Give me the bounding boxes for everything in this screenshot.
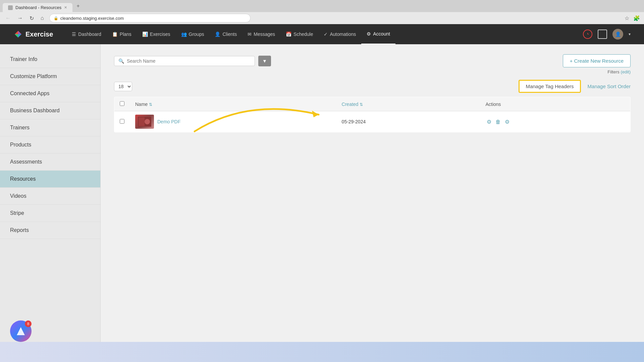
per-page-select[interactable]: 18 <box>114 82 132 91</box>
bookmark-icon[interactable]: ☆ <box>625 15 629 21</box>
settings-action-icon[interactable]: ⚙ <box>487 119 491 125</box>
floating-icon-svg <box>15 326 26 337</box>
sidebar-item-reports[interactable]: Reports <box>0 222 100 239</box>
row-actions-cell: ⚙ 🗑 ⚙ <box>480 111 630 132</box>
table-right-controls: Manage Tag Headers Manage Sort Order <box>519 80 631 93</box>
name-column-header[interactable]: Name ⇅ <box>130 97 336 111</box>
sidebar-label-connected-apps: Connected Apps <box>10 90 49 96</box>
nav-item-plans[interactable]: 📋 Plans <box>107 24 137 44</box>
name-cell-inner: Demo PDF <box>135 115 331 129</box>
nav-label-schedule: Schedule <box>293 32 313 37</box>
address-bar-row: ← → ↻ ⌂ 🔒 cleandemo.staging.exercise.com… <box>0 12 644 24</box>
nav-label-messages: Messages <box>254 32 275 37</box>
messages-icon: ✉ <box>248 32 252 37</box>
sidebar-item-products[interactable]: Products <box>0 136 100 154</box>
table-row: Demo PDF 05-29-2024 ⚙ 🗑 ⚙ <box>114 111 631 132</box>
row-checkbox[interactable] <box>120 119 124 124</box>
sidebar-label-customize-platform: Customize Platform <box>10 73 57 79</box>
filters-row: Filters (edit) <box>114 69 631 74</box>
sidebar-label-assessments: Assessments <box>10 159 42 165</box>
browser-actions: ☆ 🧩 <box>625 15 640 21</box>
row-checkbox-cell[interactable] <box>114 111 130 132</box>
account-icon: ⚙ <box>367 31 371 37</box>
nav-items: ☰ Dashboard 📋 Plans 📊 Exercises 👥 Groups… <box>66 24 583 44</box>
badge-count: 8 <box>27 322 29 326</box>
sidebar-item-stripe[interactable]: Stripe <box>0 205 100 222</box>
sidebar-item-videos[interactable]: Videos <box>0 188 100 205</box>
table-header-row: Name ⇅ Created ⇅ Actions <box>114 97 631 111</box>
nav-label-exercises: Exercises <box>150 32 170 37</box>
sidebar-label-reports: Reports <box>10 227 29 233</box>
url-text: cleandemo.staging.exercise.com <box>60 16 124 21</box>
close-tab-icon[interactable]: ✕ <box>64 5 67 10</box>
svg-marker-2 <box>18 31 21 34</box>
extensions-icon[interactable]: 🧩 <box>633 15 640 21</box>
create-new-resource-button[interactable]: + Create New Resource <box>563 54 631 67</box>
plans-icon: 📋 <box>112 32 118 37</box>
address-bar[interactable]: 🔒 cleandemo.staging.exercise.com <box>49 14 251 22</box>
sidebar-item-trainers[interactable]: Trainers <box>0 119 100 136</box>
user-dropdown-icon[interactable]: ▾ <box>629 32 631 37</box>
nav-item-dashboard[interactable]: ☰ Dashboard <box>66 24 107 44</box>
automations-icon: ✓ <box>324 32 328 37</box>
actions-label: Actions <box>485 102 501 107</box>
tag-action-icon[interactable]: ⚙ <box>505 119 509 125</box>
table-controls: 18 Manage Tag Headers Manage Sort Order <box>114 80 631 93</box>
refresh-button[interactable]: ↻ <box>28 14 35 22</box>
nav-item-schedule[interactable]: 📅 Schedule <box>280 24 318 44</box>
clients-icon: 👤 <box>215 32 220 37</box>
floating-icon-button[interactable]: 8 <box>10 320 32 342</box>
nav-item-account[interactable]: ⚙ Account <box>361 24 395 44</box>
sidebar-item-resources[interactable]: Resources <box>0 171 100 188</box>
nav-label-plans: Plans <box>120 32 131 37</box>
sort-created-icon[interactable]: ⇅ <box>360 102 363 107</box>
resource-thumbnail <box>135 115 154 129</box>
sidebar-item-trainer-info[interactable]: Trainer Info <box>0 51 100 68</box>
search-row: 🔍 ▼ + Create New Resource <box>114 54 631 67</box>
top-nav: Exercise ☰ Dashboard 📋 Plans 📊 Exercises… <box>0 24 644 44</box>
schedule-icon: 📅 <box>286 32 291 37</box>
tab-title: Dashboard - Resources <box>15 5 61 10</box>
created-label: Created <box>342 102 359 107</box>
nav-label-automations: Automations <box>330 32 356 37</box>
clock-icon[interactable] <box>583 29 592 39</box>
search-input[interactable] <box>127 58 251 64</box>
sidebar-item-assessments[interactable]: Assessments <box>0 154 100 171</box>
back-button[interactable]: ← <box>4 14 12 22</box>
row-name-cell: Demo PDF <box>130 111 336 132</box>
browser-chrome: Dashboard - Resources ✕ + ← → ↻ ⌂ 🔒 clea… <box>0 0 644 24</box>
groups-icon: 👥 <box>181 32 187 37</box>
select-all-checkbox[interactable] <box>120 101 124 106</box>
logo-text: Exercise <box>25 31 53 38</box>
actions-column-header: Actions <box>480 97 630 111</box>
active-tab[interactable]: Dashboard - Resources ✕ <box>3 3 72 12</box>
nav-item-exercises[interactable]: 📊 Exercises <box>137 24 176 44</box>
home-button[interactable]: ⌂ <box>39 14 45 22</box>
sidebar-label-trainers: Trainers <box>10 125 30 130</box>
filters-edit-link[interactable]: (edit) <box>621 69 631 74</box>
nav-item-groups[interactable]: 👥 Groups <box>176 24 210 44</box>
filter-button[interactable]: ▼ <box>258 56 271 66</box>
sidebar-item-connected-apps[interactable]: Connected Apps <box>0 85 100 102</box>
sort-name-icon[interactable]: ⇅ <box>149 102 152 107</box>
delete-action-icon[interactable]: 🗑 <box>495 119 501 125</box>
nav-item-messages[interactable]: ✉ Messages <box>242 24 280 44</box>
row-created-cell: 05-29-2024 <box>336 111 480 132</box>
select-all-header[interactable] <box>114 97 130 111</box>
forward-button[interactable]: → <box>16 14 24 22</box>
content-area: 🔍 ▼ + Create New Resource Filters (edit)… <box>101 44 644 342</box>
square-icon[interactable] <box>598 29 607 39</box>
manage-sort-order-button[interactable]: Manage Sort Order <box>588 83 631 89</box>
dashboard-icon: ☰ <box>72 32 76 37</box>
search-box[interactable]: 🔍 <box>114 56 255 66</box>
user-avatar[interactable]: 👤 <box>612 29 623 40</box>
nav-item-automations[interactable]: ✓ Automations <box>318 24 361 44</box>
sidebar-item-customize-platform[interactable]: Customize Platform <box>0 68 100 85</box>
sidebar-item-business-dashboard[interactable]: Business Dashboard <box>0 102 100 119</box>
manage-tag-headers-button[interactable]: Manage Tag Headers <box>519 80 581 93</box>
resource-name-link[interactable]: Demo PDF <box>157 119 180 124</box>
new-tab-button[interactable]: + <box>72 1 84 11</box>
created-column-header[interactable]: Created ⇅ <box>336 97 480 111</box>
nav-label-dashboard: Dashboard <box>78 32 101 37</box>
nav-item-clients[interactable]: 👤 Clients <box>209 24 242 44</box>
